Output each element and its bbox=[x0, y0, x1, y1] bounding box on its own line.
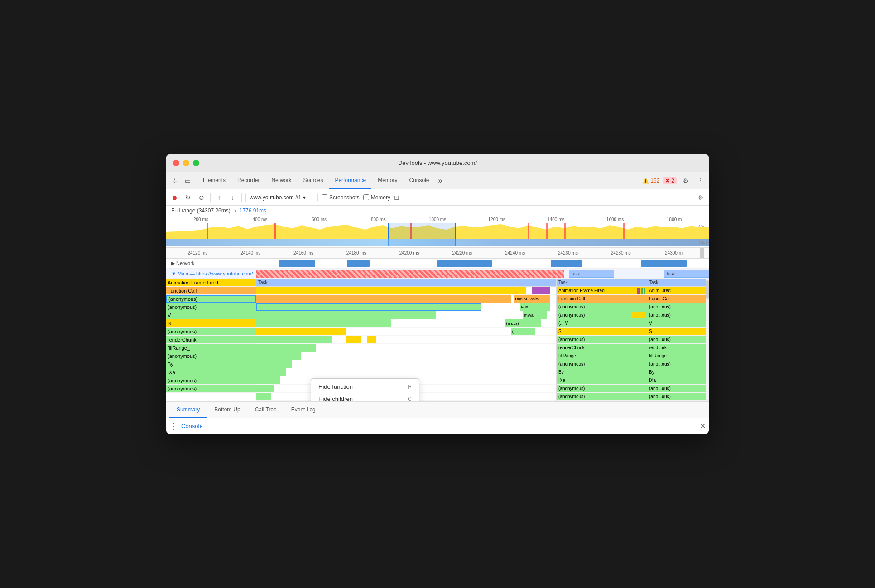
more-tabs-button[interactable]: » bbox=[436, 177, 445, 185]
settings-tab-icon[interactable]: ⚙ bbox=[680, 175, 691, 186]
row-anon1-label[interactable]: (anonymous) bbox=[166, 295, 256, 303]
col3-anon5-row[interactable]: (ano...ous) bbox=[647, 385, 706, 393]
row-render-label[interactable]: renderChunk_ bbox=[166, 336, 256, 344]
row-anon5-label[interactable]: (anonymous) bbox=[166, 376, 256, 385]
fill-bar[interactable] bbox=[256, 352, 301, 360]
console-dots[interactable]: ⋮ bbox=[169, 421, 178, 431]
tab-event-log[interactable]: Event Log bbox=[284, 402, 323, 418]
col2-fill-row[interactable]: fillRange_ bbox=[557, 352, 647, 360]
col2-anon5-row[interactable]: (anonymous) bbox=[557, 385, 647, 393]
record-button[interactable]: ⏺ bbox=[169, 193, 179, 202]
close-console-button[interactable]: ✕ bbox=[700, 422, 706, 430]
row-anon6-label[interactable]: (anonymous) bbox=[166, 385, 256, 393]
ixa-bar[interactable] bbox=[256, 376, 280, 384]
inspect-icon[interactable]: ⊹ bbox=[169, 175, 180, 186]
col2-v-row[interactable]: (... V bbox=[557, 319, 647, 328]
col3-anon6-row[interactable]: (ano...ous) bbox=[647, 393, 706, 401]
minimize-button[interactable] bbox=[183, 160, 189, 166]
tab-console[interactable]: Console bbox=[404, 172, 434, 189]
row-by-label[interactable]: By bbox=[166, 360, 256, 368]
overview[interactable]: 200 ms 400 ms 600 ms 800 ms 1000 ms 1200… bbox=[166, 216, 709, 248]
col3-anon1-row[interactable]: (ano...ous) bbox=[647, 303, 706, 311]
upload-button[interactable]: ↑ bbox=[214, 193, 224, 202]
menu-hide-function[interactable]: Hide function H bbox=[311, 381, 419, 393]
row-anon4-label[interactable]: (anonymous) bbox=[166, 352, 256, 360]
col3-s-row[interactable]: S bbox=[647, 328, 706, 336]
row-fill-label[interactable]: fillRange_ bbox=[166, 344, 256, 352]
tab-performance[interactable]: Performance bbox=[329, 172, 371, 189]
row-func-label[interactable]: Function Call bbox=[166, 287, 256, 295]
tab-recorder[interactable]: Recorder bbox=[232, 172, 265, 189]
network-track-label[interactable]: ▶ Network bbox=[166, 260, 256, 266]
col2-anon1-row[interactable]: (anonymous) bbox=[557, 303, 647, 311]
s-bar[interactable] bbox=[256, 328, 346, 335]
col3-func-row[interactable]: Func...Call bbox=[647, 295, 706, 303]
maximize-button[interactable] bbox=[193, 160, 199, 166]
selection-left-handle[interactable] bbox=[387, 223, 391, 246]
tab-elements[interactable]: Elements bbox=[197, 172, 231, 189]
col2-func-row[interactable]: Function Call bbox=[557, 295, 647, 303]
close-button[interactable] bbox=[173, 160, 179, 166]
func-bar[interactable] bbox=[256, 295, 511, 303]
reload-record-button[interactable]: ↻ bbox=[183, 193, 193, 202]
anon4-bar[interactable] bbox=[256, 360, 292, 368]
col3-v-row[interactable]: V bbox=[647, 319, 706, 328]
url-select[interactable]: www.youtube.com #1 ▾ bbox=[245, 193, 318, 202]
row-anon3-label[interactable]: (anonymous) bbox=[166, 328, 256, 336]
col2-anon3-row[interactable]: (anonymous) bbox=[557, 336, 647, 344]
col2-render-row[interactable]: renderChunk_ bbox=[557, 344, 647, 352]
col2-anon4-row[interactable]: (anonymous) bbox=[557, 360, 647, 368]
col3-ixa-row[interactable]: IXa bbox=[647, 376, 706, 385]
memory-checkbox[interactable] bbox=[363, 194, 369, 200]
main-track-label[interactable]: ▼ Main — https://www.youtube.com/ bbox=[166, 271, 256, 276]
tab-summary[interactable]: Summary bbox=[169, 402, 207, 418]
device-icon[interactable]: ▭ bbox=[182, 175, 193, 186]
tab-call-tree[interactable]: Call Tree bbox=[248, 402, 284, 418]
col2-s-row[interactable]: S bbox=[557, 328, 647, 336]
row-ixa-label[interactable]: IXa bbox=[166, 368, 256, 376]
col3-anon3-row[interactable]: (ano...ous) bbox=[647, 336, 706, 344]
v-bar[interactable] bbox=[256, 319, 391, 327]
tab-network[interactable]: Network bbox=[266, 172, 297, 189]
screenshots-checkbox-label[interactable]: Screenshots bbox=[322, 194, 360, 201]
flame-scrollbar[interactable] bbox=[706, 279, 709, 401]
row-anim-label[interactable]: Animation Frame Fired bbox=[166, 279, 256, 287]
anon5-bar[interactable] bbox=[256, 385, 274, 392]
col2-by-row[interactable]: By bbox=[557, 368, 647, 376]
anon3-bar[interactable] bbox=[256, 336, 332, 343]
tab-sources[interactable]: Sources bbox=[298, 172, 328, 189]
col2-ixa-row[interactable]: IXa bbox=[557, 376, 647, 385]
memory-checkbox-label[interactable]: Memory bbox=[363, 194, 390, 201]
col3-anim-row[interactable]: Anim...ired bbox=[647, 287, 706, 295]
scroll-thumb[interactable] bbox=[700, 248, 704, 259]
col2-anon2-row[interactable]: (anonymous) bbox=[557, 311, 647, 319]
flame-scroll-thumb[interactable] bbox=[706, 280, 709, 299]
capture-settings-button[interactable]: ⚙ bbox=[696, 193, 706, 202]
waveform[interactable]: CPU NET bbox=[166, 223, 709, 246]
tab-bottom-up[interactable]: Bottom-Up bbox=[207, 402, 247, 418]
tab-memory[interactable]: Memory bbox=[372, 172, 403, 189]
row-s-label[interactable]: S bbox=[166, 319, 256, 328]
anim-bar[interactable] bbox=[256, 287, 526, 294]
scroll-track[interactable] bbox=[700, 248, 704, 259]
col3-render-row[interactable]: rend...nk_ bbox=[647, 344, 706, 352]
col3-by-row[interactable]: By bbox=[647, 368, 706, 376]
console-label[interactable]: Console bbox=[181, 423, 203, 429]
anon2-bar[interactable] bbox=[256, 311, 436, 319]
row-anon2-label[interactable]: (anonymous) bbox=[166, 303, 256, 311]
col3-fill-row[interactable]: fillRange_ bbox=[647, 352, 706, 360]
col2-anim-row[interactable]: Animation Frame Fired bbox=[557, 287, 647, 295]
screenshots-checkbox[interactable] bbox=[322, 194, 327, 200]
col2-anon6-row[interactable]: (anonymous) bbox=[557, 393, 647, 401]
anon1-bar[interactable] bbox=[256, 303, 481, 311]
by-bar[interactable] bbox=[256, 368, 286, 376]
download-button[interactable]: ↓ bbox=[228, 193, 238, 202]
menu-hide-children[interactable]: Hide children C bbox=[311, 393, 419, 401]
render-bar[interactable] bbox=[256, 344, 316, 352]
anon6-bar[interactable] bbox=[256, 393, 271, 400]
col3-anon2-row[interactable]: (ano...ous) bbox=[647, 311, 706, 319]
more-options-icon[interactable]: ⋮ bbox=[695, 175, 706, 186]
col3-anon4-row[interactable]: (ano...ous) bbox=[647, 360, 706, 368]
selection-right-handle[interactable] bbox=[455, 223, 459, 246]
clear-button[interactable]: ⊘ bbox=[197, 193, 207, 202]
